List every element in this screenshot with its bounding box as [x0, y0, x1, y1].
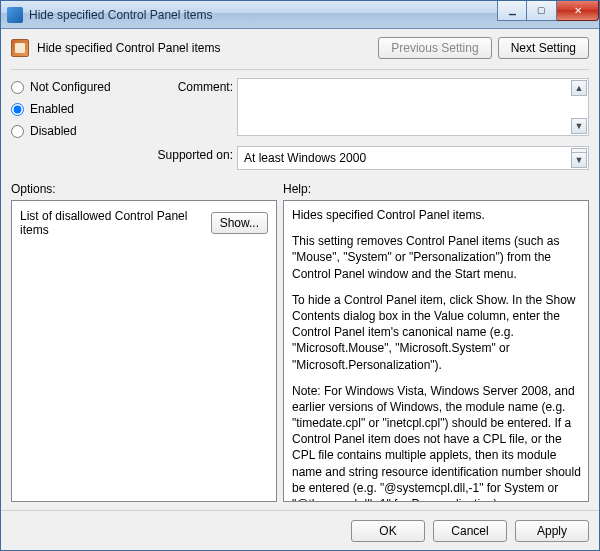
- help-label: Help:: [283, 182, 311, 196]
- help-paragraph: This setting removes Control Panel items…: [292, 233, 584, 282]
- help-text-scroll[interactable]: Hides specified Control Panel items. Thi…: [284, 201, 588, 501]
- window-buttons: ▁ ▢ ✕: [497, 1, 599, 21]
- state-radios: Not Configured Enabled Disabled: [11, 78, 141, 170]
- options-label: Options:: [11, 182, 283, 196]
- minimize-icon: ▁: [509, 6, 516, 15]
- radio-enabled-label: Enabled: [30, 102, 74, 116]
- comment-field[interactable]: ▲ ▼: [237, 78, 589, 136]
- supported-label: Supported on:: [147, 146, 237, 162]
- chevron-down-icon: ▼: [575, 122, 584, 131]
- minimize-button[interactable]: ▁: [497, 1, 527, 21]
- radio-disabled-label: Disabled: [30, 124, 77, 138]
- options-row: List of disallowed Control Panel items S…: [20, 209, 268, 237]
- apply-button[interactable]: Apply: [515, 520, 589, 542]
- policy-title: Hide specified Control Panel items: [37, 41, 220, 55]
- dialog-window: Hide specified Control Panel items ▁ ▢ ✕…: [0, 0, 600, 551]
- titlebar[interactable]: Hide specified Control Panel items ▁ ▢ ✕: [1, 1, 599, 29]
- app-icon: [7, 7, 23, 23]
- maximize-icon: ▢: [537, 6, 546, 15]
- policy-icon: [11, 39, 29, 57]
- maximize-button[interactable]: ▢: [527, 1, 557, 21]
- panes: List of disallowed Control Panel items S…: [11, 200, 589, 502]
- chevron-up-icon: ▲: [575, 84, 584, 93]
- help-paragraph: Hides specified Control Panel items.: [292, 207, 584, 223]
- pane-labels: Options: Help:: [11, 182, 589, 196]
- radio-not-configured[interactable]: Not Configured: [11, 80, 141, 94]
- comment-label: Comment:: [147, 78, 237, 94]
- button-bar: OK Cancel Apply: [1, 510, 599, 550]
- options-row-label: List of disallowed Control Panel items: [20, 209, 205, 237]
- chevron-down-icon: ▼: [575, 156, 584, 165]
- close-icon: ✕: [574, 5, 582, 16]
- comment-spin-up[interactable]: ▲: [571, 80, 587, 96]
- supported-spin-down[interactable]: ▼: [571, 152, 587, 168]
- settings-right: Comment: ▲ ▼ Supported on: At least Wind…: [147, 78, 589, 170]
- previous-setting-button[interactable]: Previous Setting: [378, 37, 491, 59]
- show-button[interactable]: Show...: [211, 212, 268, 234]
- help-pane: Hides specified Control Panel items. Thi…: [283, 200, 589, 502]
- content-area: Hide specified Control Panel items Previ…: [1, 29, 599, 510]
- help-paragraph: To hide a Control Panel item, click Show…: [292, 292, 584, 373]
- ok-button[interactable]: OK: [351, 520, 425, 542]
- header-row: Hide specified Control Panel items Previ…: [11, 37, 589, 59]
- close-button[interactable]: ✕: [557, 1, 599, 21]
- supported-value: At least Windows 2000: [244, 151, 366, 165]
- separator: [11, 69, 589, 70]
- radio-not-configured-label: Not Configured: [30, 80, 111, 94]
- options-pane: List of disallowed Control Panel items S…: [11, 200, 277, 502]
- radio-enabled-input[interactable]: [11, 103, 24, 116]
- help-paragraph: Note: For Windows Vista, Windows Server …: [292, 383, 584, 501]
- radio-disabled[interactable]: Disabled: [11, 124, 141, 138]
- window-title: Hide specified Control Panel items: [29, 8, 212, 22]
- settings-block: Not Configured Enabled Disabled Comment:…: [11, 78, 589, 170]
- radio-not-configured-input[interactable]: [11, 81, 24, 94]
- comment-spin-down[interactable]: ▼: [571, 118, 587, 134]
- radio-disabled-input[interactable]: [11, 125, 24, 138]
- supported-field: At least Windows 2000 ▲ ▼: [237, 146, 589, 170]
- next-setting-button[interactable]: Next Setting: [498, 37, 589, 59]
- radio-enabled[interactable]: Enabled: [11, 102, 141, 116]
- cancel-button[interactable]: Cancel: [433, 520, 507, 542]
